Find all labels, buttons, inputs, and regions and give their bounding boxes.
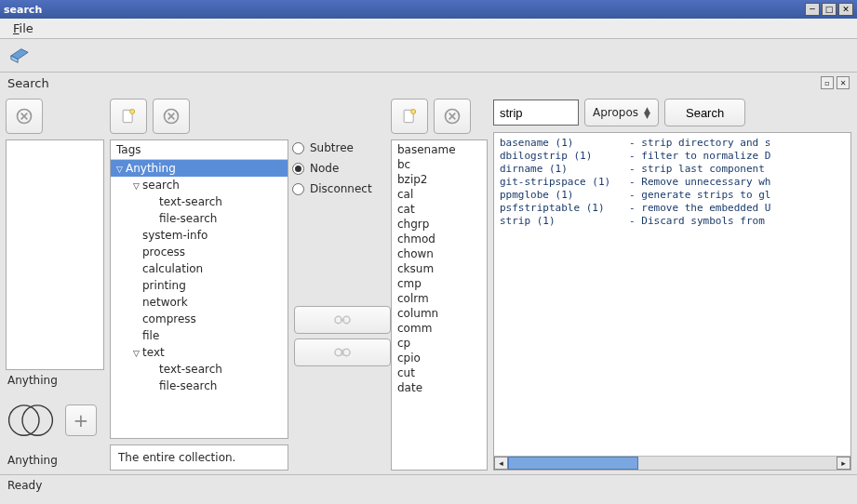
new-tag-button[interactable]	[110, 99, 147, 134]
command-basename[interactable]: basename	[392, 142, 487, 157]
tags-tooltip: The entire collection.	[110, 444, 288, 471]
chevron-updown-icon: ▲▼	[644, 107, 650, 118]
command-cksum[interactable]: cksum	[392, 261, 487, 276]
command-colrm[interactable]: colrm	[392, 291, 487, 306]
tree-node-file[interactable]: file	[111, 327, 288, 344]
search-column: Apropos ▲▼ Search basename (1) - strip d…	[488, 99, 851, 471]
tree-node-search[interactable]: ▽ search	[111, 177, 288, 193]
radio-subtree[interactable]: Subtree	[292, 138, 387, 158]
radio-node[interactable]: Node	[292, 158, 387, 179]
command-cmp[interactable]: cmp	[392, 276, 487, 291]
collection-column: Anything + Anything	[6, 99, 110, 471]
commands-list[interactable]: basenamebcbzip2calcatchgrpchmodchowncksu…	[391, 139, 488, 471]
titlebar: search ─ □ ✕	[0, 0, 857, 19]
status-text: Ready	[7, 479, 42, 492]
tags-column: Tags ▽ Anything▽ searchtext-searchfile-s…	[110, 99, 288, 471]
panel-close-icon[interactable]: ✕	[837, 76, 850, 89]
search-row: Apropos ▲▼ Search	[493, 99, 851, 126]
scroll-right-icon[interactable]: ▸	[837, 457, 850, 470]
venn-row: +	[6, 391, 104, 450]
collection-caption-2: Anything	[6, 450, 104, 471]
command-chown[interactable]: chown	[392, 246, 487, 261]
unlink-button[interactable]	[294, 338, 391, 366]
add-set-button[interactable]: +	[65, 405, 97, 436]
command-chmod[interactable]: chmod	[392, 232, 487, 246]
svg-point-1	[9, 405, 39, 435]
statusbar: Ready	[0, 474, 857, 495]
collection-caption-1: Anything	[6, 370, 104, 391]
panel-restore-icon[interactable]: ▫	[821, 76, 834, 89]
tree-node-system-info[interactable]: system-info	[111, 227, 288, 244]
clear-collection-button[interactable]	[6, 99, 43, 134]
command-cp[interactable]: cp	[392, 336, 487, 351]
tree-node-process[interactable]: process	[111, 244, 288, 260]
command-comm[interactable]: comm	[392, 321, 487, 336]
scroll-left-icon[interactable]: ◂	[494, 457, 508, 470]
results-text[interactable]: basename (1) - strip directory and s dbi…	[494, 133, 850, 232]
command-cal[interactable]: cal	[392, 187, 487, 202]
toolbar	[0, 39, 857, 73]
command-bzip2[interactable]: bzip2	[392, 172, 487, 187]
svg-point-7	[411, 110, 416, 114]
search-button[interactable]: Search	[664, 99, 745, 126]
command-chgrp[interactable]: chgrp	[392, 217, 487, 232]
close-button[interactable]: ✕	[838, 3, 853, 16]
results-hscrollbar[interactable]: ◂ ▸	[494, 456, 850, 470]
radio-disconnect[interactable]: Disconnect	[292, 179, 387, 199]
results-box: basename (1) - strip directory and s dbi…	[493, 132, 851, 471]
svg-point-4	[130, 110, 135, 114]
main-content: Anything + Anything Tags ▽ Anything▽ sea…	[0, 93, 857, 474]
tree-node-text-search[interactable]: text-search	[111, 361, 288, 378]
commands-column: basenamebcbzip2calcatchgrpchmodchowncksu…	[391, 99, 488, 471]
tree-node-file-search[interactable]: file-search	[111, 210, 288, 227]
maximize-button[interactable]: □	[822, 3, 837, 16]
command-cat[interactable]: cat	[392, 202, 487, 217]
clear-tag-button[interactable]	[153, 99, 190, 134]
command-bc[interactable]: bc	[392, 157, 487, 172]
tree-node-file-search[interactable]: file-search	[111, 378, 288, 394]
tree-node-text-search[interactable]: text-search	[111, 193, 288, 210]
panel-header: Search ▫ ✕	[0, 73, 857, 93]
link-button[interactable]	[294, 306, 391, 334]
menubar: File	[0, 19, 857, 39]
panel-title: Search	[7, 76, 818, 90]
window-title: search	[4, 4, 803, 16]
command-cut[interactable]: cut	[392, 365, 487, 380]
search-mode-select[interactable]: Apropos ▲▼	[584, 99, 659, 126]
clear-command-button[interactable]	[434, 99, 471, 134]
tree-node-printing[interactable]: printing	[111, 277, 288, 294]
mode-column: Subtree Node Disconnect	[288, 99, 391, 471]
tags-tree: Tags ▽ Anything▽ searchtext-searchfile-s…	[110, 139, 288, 439]
tree-node-anything[interactable]: ▽ Anything	[111, 160, 288, 177]
minimize-button[interactable]: ─	[805, 3, 820, 16]
scroll-thumb[interactable]	[508, 457, 638, 470]
tags-tree-scroll[interactable]: ▽ Anything▽ searchtext-searchfile-search…	[111, 160, 288, 438]
search-input[interactable]	[493, 99, 579, 126]
tree-node-network[interactable]: network	[111, 294, 288, 311]
tree-node-text[interactable]: ▽ text	[111, 344, 288, 361]
new-command-button[interactable]	[391, 99, 428, 134]
venn-icon	[6, 395, 56, 445]
command-cpio[interactable]: cpio	[392, 351, 487, 365]
command-date[interactable]: date	[392, 380, 487, 395]
tags-header: Tags	[111, 140, 288, 160]
app-icon	[9, 46, 30, 66]
tree-node-compress[interactable]: compress	[111, 311, 288, 327]
collection-view[interactable]	[6, 139, 104, 370]
svg-point-2	[22, 405, 52, 435]
command-column[interactable]: column	[392, 306, 487, 321]
tree-node-calculation[interactable]: calculation	[111, 260, 288, 277]
menu-file[interactable]: File	[7, 20, 39, 37]
